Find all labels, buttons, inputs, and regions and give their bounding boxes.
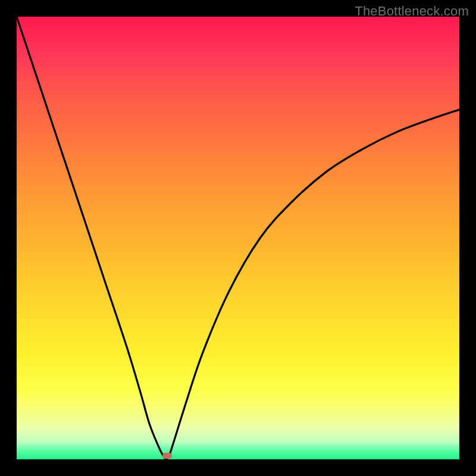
optimum-marker bbox=[162, 453, 172, 459]
chart-plot-area bbox=[17, 17, 459, 459]
watermark-text: TheBottleneck.com bbox=[355, 4, 469, 19]
bottleneck-curve bbox=[17, 17, 459, 459]
chart-frame: TheBottleneck.com bbox=[0, 0, 476, 476]
